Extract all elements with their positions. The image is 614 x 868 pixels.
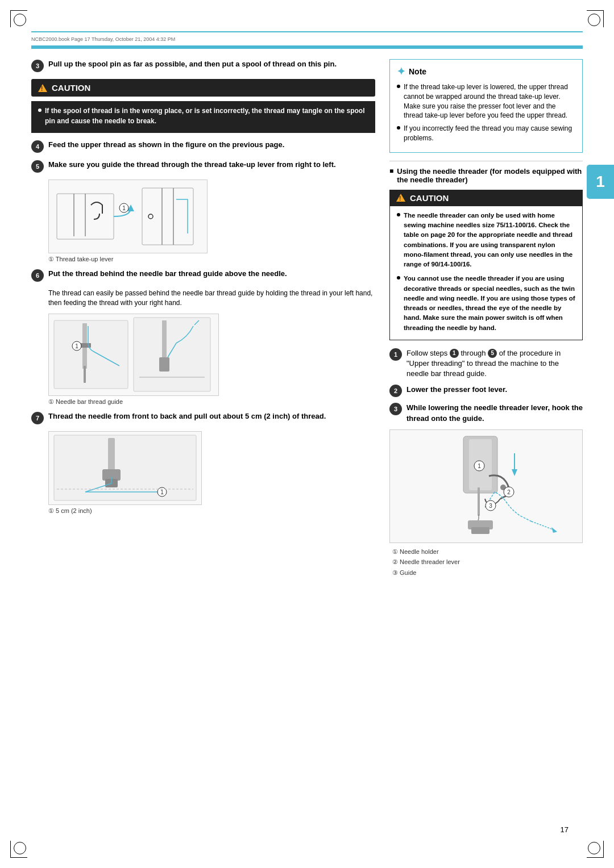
svg-text:1: 1 <box>122 205 126 211</box>
right-step-2: 2 Lower the presser foot lever. <box>389 385 583 397</box>
illus-label-1: ① Needle holder <box>392 546 583 557</box>
right-caution-body: The needle threader can only be used wit… <box>389 206 583 340</box>
step-7-circle: 7 <box>31 412 44 424</box>
note-bullet-1: If the thread take-up lever is lowered, … <box>397 82 575 120</box>
svg-rect-9 <box>54 320 128 389</box>
right-bullet-dot-1 <box>397 213 400 216</box>
step-5-text: Make sure you guide the thread through t… <box>48 160 336 170</box>
right-caution-bullet-text-1: The needle threader can only be used wit… <box>404 211 575 270</box>
illus-2-svg: 1 <box>51 315 216 394</box>
divider-1 <box>389 161 583 161</box>
left-column: 3 Pull up the spool pin as far as possib… <box>31 59 375 578</box>
illus-2-label: ① Needle bar thread guide <box>48 398 375 406</box>
step-6: 6 Put the thread behind the needle bar t… <box>31 269 375 282</box>
section-heading: Using the needle threader (for models eq… <box>389 167 583 184</box>
step-7-text: Thread the needle from front to back and… <box>48 411 326 422</box>
step-4: 4 Feed the upper thread as shown in the … <box>31 140 375 153</box>
right-bullet-dot-2 <box>397 276 400 279</box>
header-text: NCBC2000.book Page 17 Thursday, October … <box>31 36 175 42</box>
step-6-circle: 6 <box>31 269 44 282</box>
illus-1-label: ① Thread take-up lever <box>48 256 375 263</box>
note-star-icon: ✦ <box>397 65 405 78</box>
svg-rect-19 <box>54 435 196 500</box>
right-caution-bullet-2: You cannot use the needle threader if yo… <box>397 274 575 333</box>
page-header: NCBC2000.book Page 17 Thursday, October … <box>31 31 583 43</box>
svg-rect-31 <box>478 487 480 516</box>
caution-title: CAUTION <box>52 83 90 93</box>
inline-step-b: 5 <box>488 349 497 358</box>
caution-bullet-text: If the spool of thread is in the wrong p… <box>45 106 368 126</box>
svg-text:1: 1 <box>75 343 78 349</box>
step-3-text: Pull up the spool pin as far as possible… <box>48 59 337 69</box>
note-bullet-dot-1 <box>397 85 400 88</box>
note-bullet-text-1: If the thread take-up lever is lowered, … <box>404 82 575 120</box>
chapter-number: 1 <box>596 173 605 191</box>
illus-1-box: 1 <box>48 180 208 253</box>
right-column: ✦ Note If the thread take-up lever is lo… <box>389 59 583 578</box>
step-4-text: Feed the upper thread as shown in the fi… <box>48 140 284 150</box>
step-3-circle: 3 <box>31 60 44 72</box>
svg-rect-16 <box>162 320 167 360</box>
svg-point-6 <box>148 214 153 219</box>
svg-rect-20 <box>108 438 115 472</box>
svg-rect-17 <box>159 357 169 372</box>
caution-triangle-icon <box>38 84 47 92</box>
step-3: 3 Pull up the spool pin as far as possib… <box>31 59 375 72</box>
right-step-3-text: While lowering the needle threader lever… <box>406 403 583 423</box>
right-step-1-circle: 1 <box>389 348 402 361</box>
step-6-sub-text: The thread can easily be passed behind t… <box>48 289 375 308</box>
right-caution-bullet-1: The needle threader can only be used wit… <box>397 211 575 270</box>
right-step-2-text: Lower the presser foot lever. <box>406 385 507 395</box>
illus-3-box: 1 <box>48 431 202 505</box>
svg-text:3: 3 <box>489 503 492 509</box>
caution-header: CAUTION <box>31 79 375 97</box>
right-caution-header: ! CAUTION <box>389 190 583 206</box>
note-bullet-text-2: If you incorrectly feed the thread you m… <box>404 124 575 143</box>
right-step-2-circle: 2 <box>389 385 402 397</box>
caution-bullet-1: If the spool of thread is in the wrong p… <box>38 106 368 126</box>
illus-needle-threader-svg: 1 2 3 <box>401 431 571 541</box>
svg-text:1: 1 <box>478 463 481 469</box>
right-caution-title: CAUTION <box>410 193 449 203</box>
illus-label-3: ③ Guide <box>392 567 583 578</box>
step-5-circle: 5 <box>31 160 44 173</box>
right-step-1-text: Follow steps 1 through 5 of the procedur… <box>406 348 583 379</box>
step-6-text: Put the thread behind the needle bar thr… <box>48 269 287 279</box>
note-bullet-dot-2 <box>397 126 400 130</box>
circle-mark-br <box>588 842 600 854</box>
caution-body: If the spool of thread is in the wrong p… <box>31 101 375 133</box>
step-4-circle: 4 <box>31 140 44 153</box>
inline-step-a: 1 <box>450 349 459 358</box>
main-content: 3 Pull up the spool pin as far as possib… <box>31 59 583 578</box>
note-box: ✦ Note If the thread take-up lever is lo… <box>389 59 583 153</box>
circle-mark-tr <box>588 14 600 26</box>
illus-needle-threader-box: 1 2 3 <box>389 429 583 543</box>
note-title: ✦ Note <box>397 65 575 78</box>
right-step-3: 3 While lowering the needle threader lev… <box>389 403 583 423</box>
step-5: 5 Make sure you guide the thread through… <box>31 160 375 173</box>
right-step-3-circle: 3 <box>389 403 402 415</box>
illus-3-svg: 1 <box>51 432 199 503</box>
note-bullet-2: If you incorrectly feed the thread you m… <box>397 124 575 143</box>
blue-bar <box>31 45 583 49</box>
illus-labels: ① Needle holder ② Needle threader lever … <box>392 546 583 578</box>
right-caution-box: ! CAUTION The needle threader can only b… <box>389 190 583 340</box>
page-number: 17 <box>561 825 569 834</box>
right-step-1: 1 Follow steps 1 through 5 of the proced… <box>389 348 583 379</box>
page-footer: 17 <box>561 825 569 834</box>
caution-box: CAUTION If the spool of thread is in the… <box>31 79 375 133</box>
svg-rect-42 <box>471 527 489 534</box>
circle-mark-bl <box>14 842 26 854</box>
svg-rect-15 <box>134 318 210 391</box>
svg-text:1: 1 <box>160 489 164 495</box>
circle-mark-tl <box>14 14 26 26</box>
illus-1-svg: 1 <box>51 182 205 251</box>
svg-rect-3 <box>142 188 193 245</box>
step-7: 7 Thread the needle from front to back a… <box>31 411 375 424</box>
illus-2-box: 1 <box>48 314 219 396</box>
illus-label-2: ② Needle threader lever <box>392 557 583 567</box>
bullet-dot <box>38 108 42 112</box>
right-caution-triangle-icon: ! <box>396 194 405 202</box>
svg-rect-11 <box>84 366 86 383</box>
svg-text:2: 2 <box>507 489 511 495</box>
